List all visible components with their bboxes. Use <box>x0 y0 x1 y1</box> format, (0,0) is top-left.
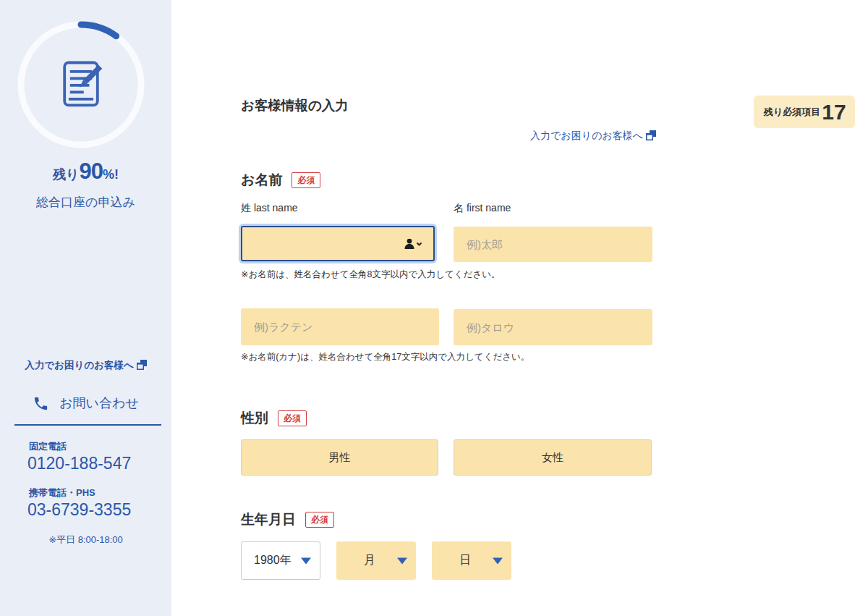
sidebar: 残り90%! 総合口座の申込み 入力でお困りのお客様へ お問い合わせ 固定電話 … <box>0 0 171 616</box>
application-page: 残り90%! 総合口座の申込み 入力でお困りのお客様へ お問い合わせ 固定電話 … <box>0 0 868 616</box>
gender-heading-label: 性別 <box>241 409 268 428</box>
kana-first-name-input[interactable] <box>454 309 652 345</box>
page-title: お客様情報の入力 <box>241 96 349 114</box>
remaining-suffix: %! <box>103 167 119 182</box>
female-button[interactable]: 女性 <box>454 439 652 476</box>
birth-day-value: 日 <box>459 553 471 568</box>
name-note: ※お名前は、姓名合わせて全角8文字以内で入力してください。 <box>241 269 500 281</box>
birth-year-select[interactable]: 1980年 <box>241 541 320 580</box>
chevron-down-icon <box>493 557 503 564</box>
autofill-contact-icon[interactable] <box>404 238 423 249</box>
remaining-value: 90 <box>79 159 102 184</box>
business-hours: ※平日 8:00-18:00 <box>0 533 171 547</box>
remaining-percent: 残り90%! <box>0 159 171 185</box>
birth-month-select[interactable]: 月 <box>336 541 416 580</box>
mobile-phone-label: 携帯電話・PHS <box>29 486 95 499</box>
birth-day-select[interactable]: 日 <box>432 541 511 580</box>
last-name-label: 姓 last name <box>241 202 298 215</box>
fixed-phone-label: 固定電話 <box>29 440 67 453</box>
name-heading-label: お名前 <box>241 171 282 190</box>
external-link-icon <box>134 360 147 371</box>
first-name-label: 名 first name <box>454 202 511 215</box>
required-badge: 必須 <box>305 512 334 528</box>
birth-month-value: 月 <box>364 553 375 568</box>
document-pencil-icon <box>54 56 109 111</box>
remaining-required-badge: 残り必須項目 17 <box>754 96 855 128</box>
chevron-down-icon <box>301 557 311 564</box>
phone-icon <box>33 395 49 412</box>
gender-section-heading: 性別 必須 <box>241 409 307 428</box>
kana-note: ※お名前(カナ)は、姓名合わせて全角17文字以内で入力してください。 <box>241 351 529 363</box>
first-name-input[interactable] <box>454 227 652 262</box>
male-button[interactable]: 男性 <box>241 439 438 476</box>
contact-divider <box>14 424 161 426</box>
required-badge: 必須 <box>292 172 320 188</box>
birthdate-section-heading: 生年月日 必須 <box>241 510 334 529</box>
required-badge: 必須 <box>278 410 307 426</box>
last-name-field <box>241 226 435 261</box>
fixed-phone-number[interactable]: 0120-188-547 <box>27 454 131 473</box>
contact-heading-label: お問い合わせ <box>59 395 139 412</box>
sidebar-help-link-label: 入力でお困りのお客様へ <box>25 360 133 371</box>
chevron-down-icon <box>397 557 407 564</box>
birth-year-value: 1980年 <box>254 553 292 568</box>
main-help-link[interactable]: 入力でお困りのお客様へ <box>530 130 656 143</box>
name-section-heading: お名前 必須 <box>241 171 320 190</box>
kana-last-name-input[interactable] <box>241 308 439 345</box>
main-help-link-label: 入力でお困りのお客様へ <box>530 130 643 141</box>
badge-label: 残り必須項目 <box>764 106 820 119</box>
sidebar-help-link[interactable]: 入力でお困りのお客様へ <box>0 359 171 372</box>
mobile-phone-number[interactable]: 03-6739-3355 <box>27 500 131 520</box>
badge-count: 17 <box>822 101 846 123</box>
remaining-prefix: 残り <box>53 167 79 182</box>
external-link-icon <box>643 130 656 141</box>
birthdate-heading-label: 生年月日 <box>241 510 296 529</box>
progress-ring <box>16 20 146 150</box>
application-title: 総合口座の申込み <box>0 194 171 211</box>
contact-heading: お問い合わせ <box>0 395 171 412</box>
